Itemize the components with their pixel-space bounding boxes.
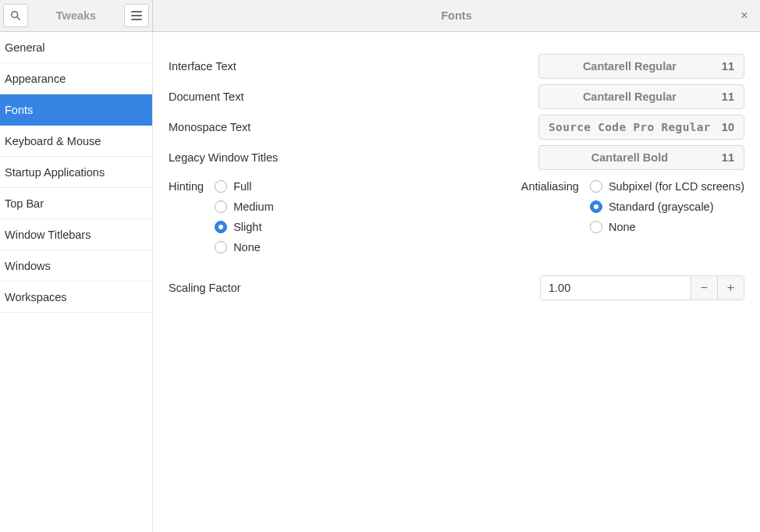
hinting-label: Hinting — [169, 177, 204, 254]
sidebar-item-top-bar[interactable]: Top Bar — [0, 188, 152, 219]
monospace-text-label: Monospace Text — [169, 121, 250, 133]
radio-icon — [215, 241, 227, 254]
antialiasing-option-standard-grayscale[interactable]: Standard (grayscale) — [590, 200, 744, 213]
radio-label: Standard (grayscale) — [609, 200, 714, 213]
sidebar-item-label: Keyboard & Mouse — [5, 135, 101, 147]
sidebar-item-window-titlebars[interactable]: Window Titlebars — [0, 219, 152, 250]
antialiasing-radios: Subpixel (for LCD screens)Standard (gray… — [590, 177, 744, 254]
document-font-button[interactable]: Cantarell Regular 11 — [538, 84, 744, 109]
document-text-label: Document Text — [169, 90, 243, 103]
sidebar-item-appearance[interactable]: Appearance — [0, 63, 152, 94]
page-title: Fonts — [153, 9, 760, 22]
sidebar-item-label: Appearance — [5, 73, 66, 85]
hinting-radios: FullMediumSlightNone — [215, 177, 274, 254]
content-pane: Interface Text Cantarell Regular 11 Docu… — [153, 32, 760, 532]
sidebar-item-label: Top Bar — [5, 197, 44, 210]
antialiasing-option-none[interactable]: None — [590, 221, 744, 233]
hinting-option-full[interactable]: Full — [215, 180, 274, 193]
font-name: Cantarell Bold — [549, 151, 711, 164]
radio-label: Full — [233, 180, 251, 193]
antialiasing-label: Antialiasing — [521, 177, 579, 254]
sidebar: GeneralAppearanceFontsKeyboard & MouseSt… — [0, 32, 153, 532]
radio-icon — [215, 180, 227, 193]
close-button[interactable]: × — [733, 5, 755, 27]
font-size: 11 — [722, 60, 734, 73]
scaling-input[interactable] — [541, 276, 691, 300]
radio-icon — [215, 221, 227, 233]
font-name: Cantarell Regular — [549, 60, 711, 73]
scaling-factor-label: Scaling Factor — [169, 282, 241, 294]
radio-icon — [215, 200, 227, 213]
sidebar-item-keyboard-mouse[interactable]: Keyboard & Mouse — [0, 126, 152, 157]
radio-label: Subpixel (for LCD screens) — [609, 180, 744, 193]
font-size: 11 — [722, 90, 734, 103]
font-size: 10 — [722, 121, 734, 133]
legacy-titles-label: Legacy Window Titles — [169, 151, 278, 164]
search-icon — [10, 10, 21, 21]
radio-icon — [590, 180, 602, 193]
monospace-font-button[interactable]: Source Code Pro Regular 10 — [538, 115, 744, 140]
interface-font-button[interactable]: Cantarell Regular 11 — [538, 54, 744, 79]
scaling-plus-button[interactable]: + — [717, 276, 744, 300]
radio-label: None — [609, 221, 636, 233]
hinting-option-medium[interactable]: Medium — [215, 200, 274, 213]
hinting-option-none[interactable]: None — [215, 241, 274, 254]
sidebar-item-label: General — [5, 41, 45, 54]
sidebar-item-windows[interactable]: Windows — [0, 250, 152, 282]
legacy-font-button[interactable]: Cantarell Bold 11 — [538, 145, 744, 170]
antialiasing-option-subpixel-for-lcd-screens[interactable]: Subpixel (for LCD screens) — [590, 180, 744, 193]
radio-icon — [590, 200, 602, 213]
sidebar-item-label: Startup Applications — [5, 166, 105, 179]
scaling-minus-button[interactable]: − — [691, 276, 717, 300]
sidebar-item-workspaces[interactable]: Workspaces — [0, 282, 152, 313]
sidebar-item-label: Workspaces — [5, 291, 67, 303]
font-name: Source Code Pro Regular — [549, 121, 711, 133]
hinting-option-slight[interactable]: Slight — [215, 221, 274, 233]
hamburger-icon — [131, 11, 142, 20]
svg-line-1 — [17, 17, 20, 20]
close-icon: × — [740, 9, 748, 23]
sidebar-item-label: Window Titlebars — [5, 229, 91, 241]
search-button[interactable] — [3, 4, 28, 27]
scaling-spinbutton: − + — [540, 275, 744, 300]
font-name: Cantarell Regular — [549, 90, 711, 103]
radio-label: Slight — [233, 221, 261, 233]
sidebar-item-label: Fonts — [5, 104, 33, 116]
radio-icon — [590, 221, 602, 233]
menu-button[interactable] — [124, 4, 149, 27]
sidebar-item-startup-applications[interactable]: Startup Applications — [0, 157, 152, 188]
sidebar-item-general[interactable]: General — [0, 32, 152, 63]
radio-label: None — [233, 241, 261, 254]
interface-text-label: Interface Text — [169, 60, 236, 73]
font-size: 11 — [722, 151, 734, 164]
radio-label: Medium — [233, 200, 274, 213]
sidebar-item-fonts[interactable]: Fonts — [0, 94, 152, 126]
sidebar-item-label: Windows — [5, 260, 51, 272]
